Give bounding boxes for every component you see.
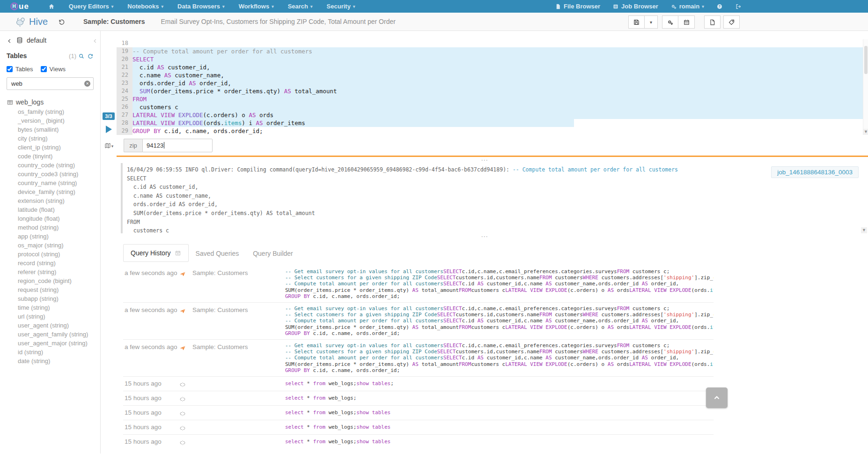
job-browser-link[interactable]: Job Browser <box>606 0 664 13</box>
menu-workflows[interactable]: Workflows▾ <box>232 0 281 13</box>
tab-query-history[interactable]: Query History <box>123 244 189 262</box>
code-editor[interactable]: 1819-- Compute total amount per order fo… <box>117 39 868 135</box>
variables-toggle[interactable]: ▾ <box>101 141 117 149</box>
variable-value-input[interactable]: 94123 <box>142 139 213 152</box>
clear-filter-icon[interactable]: ✕ <box>84 81 90 87</box>
editor-line[interactable]: 23 ords.order_id AS order_id, <box>117 79 868 87</box>
database-name[interactable]: default <box>27 37 46 44</box>
column-item[interactable]: user_agent_family (string) <box>7 330 100 339</box>
history-row[interactable]: 15 hours agoselect * from web_logs;show … <box>123 420 714 434</box>
tab-saved-queries[interactable]: Saved Queries <box>189 245 246 262</box>
tab-query-builder[interactable]: Query Builder <box>246 245 300 262</box>
column-item[interactable]: subapp (string) <box>7 294 100 303</box>
column-item[interactable]: app (string) <box>7 232 100 241</box>
column-item[interactable]: id (string) <box>7 348 100 357</box>
results-resize-handle[interactable]: ⋯ <box>101 233 868 239</box>
editor-line[interactable]: 28LATERAL VIEW EXPLODE(ords.items) i AS … <box>117 119 868 127</box>
menu-query-editors[interactable]: Query Editors▾ <box>62 0 121 13</box>
menu-notebooks[interactable]: Notebooks▾ <box>120 0 170 13</box>
history-row[interactable]: 15 hours agoselect * from web_logs;show … <box>123 376 714 391</box>
editor-line[interactable]: 22 c.name AS customer_name, <box>117 71 868 79</box>
execute-button[interactable] <box>106 126 112 133</box>
column-item[interactable]: region_code (bigint) <box>7 276 100 285</box>
help-button[interactable] <box>710 0 729 13</box>
new-query-button[interactable] <box>704 15 721 29</box>
history-row[interactable]: 15 hours agoselect * from web_logs;show … <box>123 434 714 449</box>
column-item[interactable]: latitude (float) <box>7 205 100 214</box>
column-item[interactable]: record (string) <box>7 259 100 268</box>
editor-line[interactable]: 19-- Compute total amount per order for … <box>117 47 868 55</box>
history-row[interactable]: 15 hours agoselect * from web_logs; <box>123 391 714 405</box>
code-token: c.id,c.name,c.email_preferences.categori… <box>462 268 617 275</box>
column-item[interactable]: request (string) <box>7 285 100 294</box>
editor-line[interactable]: 26 customers c <box>117 103 868 111</box>
job-link[interactable]: job_1461888648136_0003 <box>771 166 859 178</box>
filter-views-checkbox[interactable] <box>41 66 47 72</box>
column-item[interactable]: os_major (string) <box>7 241 100 250</box>
editor-line[interactable]: 27LATERAL VIEW EXPLODE(c.orders) o AS or… <box>117 111 868 119</box>
column-item[interactable]: _version_ (bigint) <box>7 116 100 125</box>
column-item[interactable]: user_agent_major (string) <box>7 339 100 348</box>
menu-search[interactable]: Search▾ <box>281 0 320 13</box>
menu-security[interactable]: Security▾ <box>320 0 362 13</box>
save-dropdown-button[interactable]: ▾ <box>645 15 658 29</box>
save-button[interactable] <box>628 15 645 29</box>
search-tables-button[interactable] <box>78 52 85 60</box>
column-item[interactable]: extension (string) <box>7 196 100 205</box>
column-item[interactable]: country_code3 (string) <box>7 170 100 179</box>
log-scroll-down-icon[interactable]: ▼ <box>861 227 867 233</box>
history-row[interactable]: a few seconds agoSample: Customers-- Get… <box>123 339 714 376</box>
column-item[interactable]: date (string) <box>7 357 100 365</box>
query-description[interactable]: Email Survey Opt-Ins, Customers for Ship… <box>161 18 396 25</box>
column-item[interactable]: device_family (string) <box>7 187 100 196</box>
column-item[interactable]: referer (string) <box>7 268 100 276</box>
editor-line[interactable]: 29GROUP BY c.id, c.name, ords.order_id; <box>117 127 868 135</box>
menu-data-browsers[interactable]: Data Browsers▾ <box>170 0 232 13</box>
history-row[interactable]: 15 hours agoselect * from web_logs;show … <box>123 405 714 420</box>
editor-line[interactable]: 21 c.id AS customer_id, <box>117 63 868 71</box>
column-item[interactable]: client_ip (string) <box>7 143 100 152</box>
collapse-panel-handle[interactable] <box>92 37 98 45</box>
table-filter-input[interactable] <box>7 77 94 90</box>
app-name[interactable]: Hive <box>29 16 48 27</box>
log-panel: job_1461888648136_0003 16/04/29 06:59:55… <box>121 163 867 233</box>
column-item[interactable]: city (string) <box>7 134 100 143</box>
column-item[interactable]: country_code (string) <box>7 161 100 170</box>
back-button[interactable] <box>7 37 13 44</box>
editor-line[interactable]: 20SELECT <box>117 55 868 63</box>
log-resize-handle[interactable]: ⋯ <box>101 157 868 163</box>
sign-out-button[interactable] <box>729 0 748 13</box>
query-title[interactable]: Sample: Customers <box>83 18 145 25</box>
refresh-tables-button[interactable] <box>87 52 94 60</box>
column-item[interactable]: time (string) <box>7 303 100 312</box>
editor-line[interactable]: 24 SUM(order_items.price * order_items.q… <box>117 87 868 95</box>
scroll-down-icon[interactable]: ▼ <box>863 129 868 135</box>
schedule-button[interactable] <box>678 15 695 29</box>
filter-tables-checkbox[interactable] <box>7 66 13 72</box>
column-item[interactable]: code (tinyint) <box>7 152 100 161</box>
line-number: 22 <box>117 71 132 79</box>
scrollbar-thumb[interactable] <box>864 46 868 74</box>
table-item-web-logs[interactable]: web_logs <box>7 98 100 106</box>
column-item[interactable]: method (string) <box>7 223 100 232</box>
column-item[interactable]: url (string) <box>7 312 100 321</box>
settings-button[interactable] <box>662 15 678 29</box>
scroll-to-top-button[interactable] <box>706 387 728 408</box>
column-item[interactable]: protocol (string) <box>7 250 100 259</box>
editor-scrollbar[interactable]: ▼ <box>863 39 868 135</box>
column-item[interactable]: longitude (float) <box>7 214 100 223</box>
tags-button[interactable] <box>723 15 740 29</box>
home-button[interactable] <box>41 0 62 13</box>
column-item[interactable]: os_family (string) <box>7 107 100 116</box>
hue-logo[interactable]: Hue <box>10 2 29 11</box>
column-item[interactable]: bytes (smallint) <box>7 125 100 134</box>
file-browser-link[interactable]: File Browser <box>549 0 606 13</box>
user-menu[interactable]: romain▾ <box>664 0 710 13</box>
editor-line[interactable]: 18 <box>117 39 868 47</box>
editor-line[interactable]: 25FROM <box>117 95 868 103</box>
history-row[interactable]: a few seconds agoSample: Customers-- Get… <box>123 266 714 302</box>
column-item[interactable]: country_name (string) <box>7 179 100 187</box>
column-item[interactable]: user_agent (string) <box>7 321 100 330</box>
history-row[interactable]: a few seconds agoSample: Customers-- Get… <box>123 302 714 339</box>
query-history-button[interactable] <box>58 17 66 26</box>
